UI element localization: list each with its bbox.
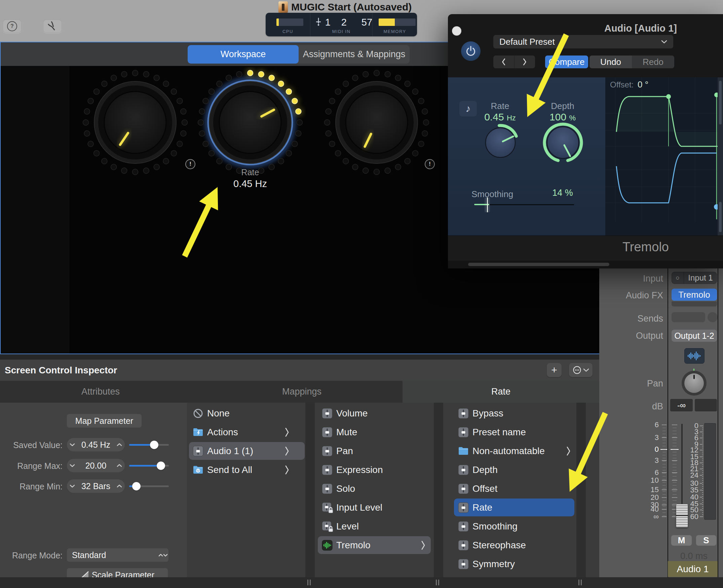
add-button[interactable]: +	[547, 363, 561, 377]
mapping-item-mute[interactable]: Mute	[315, 424, 434, 440]
warning-icon: !	[425, 159, 435, 169]
mapping-item-input-level[interactable]: Input Level	[315, 499, 434, 516]
plugin-window-title: Audio [Audio 1]	[589, 23, 693, 34]
stepper-down-icon[interactable]	[67, 438, 78, 452]
tuner-button[interactable]	[43, 20, 62, 33]
more-menu-button[interactable]	[569, 363, 593, 377]
stepper-1[interactable]: 20.00	[67, 459, 125, 472]
plugin-power-button[interactable]	[461, 41, 481, 61]
input-selector[interactable]: ○ Input 1	[672, 272, 717, 284]
column-resize-handle[interactable]	[310, 580, 311, 585]
lfo-waveform-display: Offset: 0 °	[605, 77, 718, 235]
db-value-box[interactable]: -∞	[670, 399, 693, 412]
compare-button[interactable]: Compare	[545, 56, 588, 68]
fader-icon	[322, 408, 333, 419]
column-resize-handle[interactable]	[436, 580, 437, 585]
mapping-item-level[interactable]: Level	[315, 518, 434, 534]
stepper-down-icon[interactable]	[67, 479, 78, 493]
column-resize-handle[interactable]	[307, 580, 309, 585]
preset-nav	[493, 56, 535, 68]
plugin-rate-value: 0.45 Hz	[473, 111, 527, 123]
mapping-item-stereophase[interactable]: Stereophase	[443, 537, 576, 553]
tuning-fork-icon	[47, 21, 58, 32]
undo-button[interactable]: Undo	[590, 56, 632, 68]
power-icon	[465, 45, 476, 57]
stepper-0[interactable]: 0.45 Hz	[67, 438, 125, 452]
solo-button[interactable]: S	[696, 535, 717, 546]
column-resize-handle[interactable]	[438, 580, 439, 585]
midi-in-display: 1 2 57 MIDI IN	[310, 13, 372, 36]
folder-icon	[458, 446, 469, 457]
preset-dropdown[interactable]: Default Preset	[493, 35, 673, 48]
mute-button[interactable]: M	[671, 535, 692, 546]
tab-attributes[interactable]: Attributes	[0, 381, 201, 403]
value-slider-1[interactable]	[129, 459, 169, 472]
eq-thumbnail-button[interactable]	[684, 348, 704, 364]
send-knob[interactable]	[707, 312, 718, 322]
redo-button[interactable]: Redo	[632, 56, 674, 68]
cpu-meter: CPU	[265, 13, 310, 36]
waveform-icon	[687, 351, 702, 361]
value-slider-2[interactable]	[129, 479, 169, 493]
mapping-item-depth[interactable]: Depth	[443, 462, 576, 478]
stepper-down-icon[interactable]	[67, 459, 78, 472]
track-name-banner[interactable]: Audio 1	[668, 561, 718, 577]
stepper-up-icon[interactable]	[114, 479, 125, 493]
mapping-item-bypass[interactable]: Bypass	[443, 405, 576, 421]
mapping-item-send-to-all[interactable]: Send to All	[187, 462, 305, 478]
value-slider-0[interactable]	[129, 438, 169, 452]
chevron-right-icon	[566, 447, 572, 457]
mapping-item-rate[interactable]: Rate	[443, 499, 576, 516]
mapping-item-offset[interactable]: Offset	[443, 480, 576, 497]
mapping-item-non-automatable[interactable]: Non-automatable	[443, 443, 576, 459]
screen-knob-1[interactable]	[80, 67, 191, 178]
fader-icon	[458, 521, 469, 532]
close-window-button[interactable]	[452, 26, 461, 36]
mapping-item-volume[interactable]: Volume	[315, 405, 434, 421]
next-preset-button[interactable]	[514, 56, 535, 68]
mapping-item-symmetry[interactable]: Symmetry	[443, 556, 576, 572]
view-segmented-control: Workspace Assignments & Mappings	[188, 45, 410, 64]
stepper-up-icon[interactable]	[114, 438, 125, 452]
plugin-scrollbar[interactable]	[718, 77, 723, 235]
mapping-item-actions[interactable]: Actions	[187, 424, 305, 440]
previous-preset-button[interactable]	[493, 56, 514, 68]
tab-workspace[interactable]: Workspace	[188, 45, 299, 64]
send-slot[interactable]	[672, 312, 705, 322]
plugin-rate-knob[interactable]	[482, 124, 519, 162]
stepper-up-icon[interactable]	[114, 459, 125, 472]
mapping-item-none[interactable]: None	[187, 405, 305, 421]
pan-knob[interactable]	[682, 371, 706, 396]
ellipsis-circle-icon	[573, 366, 581, 374]
db-value-box-2[interactable]	[695, 399, 717, 412]
mapping-item-preset-name[interactable]: Preset name	[443, 424, 576, 440]
status-panel: CPU 1 2 57 MIDI IN MEMORY	[265, 13, 417, 36]
map-parameter-button[interactable]: Map Parameter	[67, 414, 142, 428]
audio-fx-slot-tremolo[interactable]: Tremolo	[672, 289, 717, 301]
tab-parameter-rate[interactable]: Rate	[403, 381, 599, 403]
screen-knob-rate[interactable]	[195, 67, 306, 178]
mapping-item-solo[interactable]: Solo	[315, 480, 434, 497]
warning-icon: !	[185, 159, 195, 169]
mapping-item-expression[interactable]: Expression	[315, 462, 434, 478]
column-resize-handle[interactable]	[581, 580, 582, 585]
help-button[interactable]: ?	[3, 20, 22, 33]
tab-assignments-mappings[interactable]: Assignments & Mappings	[299, 45, 410, 64]
output-selector[interactable]: Output 1-2	[672, 330, 717, 342]
mapping-item-audio-1-1-[interactable]: Audio 1 (1)	[187, 443, 305, 459]
inspector-header: Screen Control Inspector +	[0, 360, 599, 381]
plugin-bottom-scrollbar[interactable]	[448, 261, 723, 269]
plugin-depth-knob[interactable]	[543, 122, 583, 163]
tab-mappings[interactable]: Mappings	[201, 381, 403, 403]
document-icon	[278, 1, 288, 13]
plugin-depth-value: 100 %	[536, 111, 590, 123]
column-resize-handle[interactable]	[578, 580, 579, 585]
mapping-item-tremolo[interactable]: Tremolo	[315, 537, 434, 553]
stepper-2[interactable]: 32 Bars	[67, 479, 125, 493]
range-mode-select[interactable]: Standard	[67, 548, 169, 562]
mapping-item-pan[interactable]: Pan	[315, 443, 434, 459]
smoothing-slider[interactable]	[474, 197, 574, 214]
audio-fx-slot-empty[interactable]	[672, 301, 717, 307]
screen-knob-3[interactable]	[321, 67, 432, 178]
mapping-item-smoothing[interactable]: Smoothing	[443, 518, 576, 534]
